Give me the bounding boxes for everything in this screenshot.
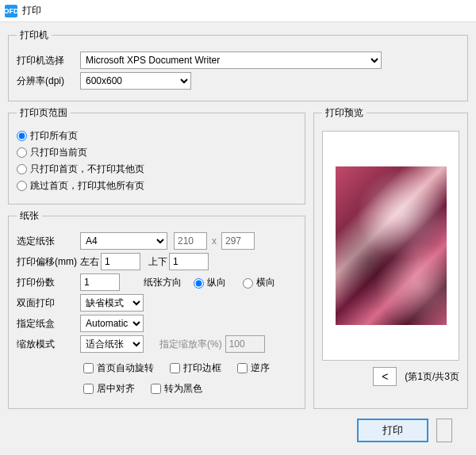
scale-label: 缩放模式 <box>17 338 80 351</box>
secondary-button[interactable] <box>436 419 452 442</box>
range-first-radio[interactable] <box>17 164 27 174</box>
copies-input[interactable] <box>80 273 120 291</box>
preview-legend: 打印预览 <box>322 106 367 120</box>
printer-select[interactable]: Microsoft XPS Document Writer <box>80 52 382 69</box>
offset-lr-input[interactable] <box>101 253 140 270</box>
copies-label: 打印份数 <box>17 276 80 289</box>
printer-select-label: 打印机选择 <box>17 54 80 67</box>
range-current-radio[interactable] <box>17 147 27 158</box>
orient-landscape[interactable]: 横向 <box>239 276 275 289</box>
paper-group: 纸张 选定纸张 A4 x 打印偏移(mm) 左右 上下 <box>8 209 305 409</box>
preview-box <box>322 131 459 361</box>
scale-pct-input <box>225 335 265 353</box>
bin-label: 指定纸盒 <box>17 317 80 331</box>
range-all-radio[interactable] <box>17 131 27 141</box>
printer-group: 打印机 打印机选择 Microsoft XPS Document Writer … <box>8 29 468 101</box>
print-button[interactable]: 打印 <box>357 419 428 442</box>
chk-border[interactable]: 打印边框 <box>167 361 221 376</box>
scale-select[interactable]: 适合纸张 <box>80 335 144 353</box>
ud-label: 上下 <box>148 255 167 269</box>
chk-black[interactable]: 转为黑色 <box>148 381 202 396</box>
chk-reverse[interactable]: 逆序 <box>234 361 270 376</box>
paper-size-label: 选定纸张 <box>17 235 80 248</box>
paper-legend: 纸张 <box>17 209 42 223</box>
prev-page-button[interactable]: < <box>373 367 397 386</box>
dpi-label: 分辨率(dpi) <box>17 75 80 88</box>
duplex-label: 双面打印 <box>17 296 80 310</box>
range-all[interactable]: 打印所有页 <box>17 129 297 143</box>
page-info: (第1页/共3页 <box>405 370 459 384</box>
window-title: 打印 <box>22 4 41 17</box>
app-icon: OFD <box>5 5 17 17</box>
dpi-select[interactable]: 600x600 <box>80 72 191 90</box>
range-first[interactable]: 只打印首页，不打印其他页 <box>17 162 297 176</box>
duplex-select[interactable]: 缺省模式 <box>80 294 144 312</box>
preview-image <box>336 166 447 325</box>
chk-center[interactable]: 居中对齐 <box>80 381 135 396</box>
offset-ud-input[interactable] <box>169 253 209 270</box>
x-sep: x <box>212 235 217 247</box>
range-group: 打印页范围 打印所有页 只打印当前页 只打印首页，不打印其他页 跳过首页，打印其… <box>8 106 305 205</box>
range-skip[interactable]: 跳过首页，打印其他所有页 <box>17 179 297 193</box>
scale-pct-label: 指定缩放率(%) <box>159 338 222 351</box>
printer-legend: 打印机 <box>17 29 52 42</box>
paper-size-select[interactable]: A4 <box>80 232 167 250</box>
orient-portrait[interactable]: 纵向 <box>190 276 226 289</box>
chk-autorotate[interactable]: 首页自动旋转 <box>80 361 154 376</box>
range-legend: 打印页范围 <box>17 106 71 120</box>
offset-label: 打印偏移(mm) <box>17 255 80 269</box>
orient-label: 纸张方向 <box>144 276 182 289</box>
paper-width <box>174 232 207 250</box>
preview-group: 打印预览 < (第1页/共3页 <box>313 106 468 409</box>
paper-height <box>221 232 255 250</box>
lr-label: 左右 <box>80 255 99 269</box>
titlebar: OFD 打印 <box>0 0 476 22</box>
range-current[interactable]: 只打印当前页 <box>17 146 297 159</box>
range-skip-radio[interactable] <box>17 181 27 191</box>
bin-select[interactable]: Automatic <box>80 315 144 332</box>
